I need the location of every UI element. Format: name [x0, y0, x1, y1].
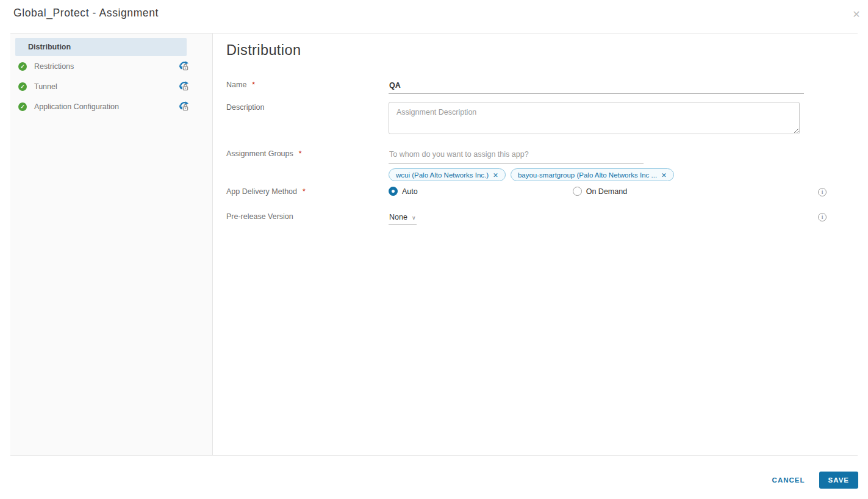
- step-label: Restrictions: [34, 62, 74, 71]
- page-title: Distribution: [226, 42, 301, 59]
- label-text: Name: [226, 81, 246, 89]
- save-button[interactable]: SAVE: [819, 472, 858, 489]
- description-textarea[interactable]: [389, 102, 800, 134]
- required-asterisk: *: [303, 187, 306, 196]
- close-icon[interactable]: ✕: [850, 9, 863, 21]
- name-field-row: Name*: [226, 79, 868, 94]
- label-text: Description: [226, 103, 265, 112]
- assignment-group-chip[interactable]: bayou-smartgroup (Palo Alto Networks Inc…: [511, 168, 674, 181]
- select-value: None: [389, 213, 407, 221]
- radio-option-auto[interactable]: Auto: [389, 187, 418, 196]
- sidebar-item-restrictions[interactable]: ✓ Restrictions: [10, 56, 212, 76]
- steps-sidebar: Distribution ✓ Restrictions ✓ Tunnel ✓: [10, 34, 213, 455]
- chip-label: bayou-smartgroup (Palo Alto Networks Inc…: [518, 171, 657, 179]
- prerelease-version-field-row: Pre-release Version None ∨: [226, 211, 868, 225]
- step-completed-check-icon: ✓: [18, 82, 27, 91]
- assignment-groups-field-row: Assignment Groups* wcui (Palo Alto Netwo…: [226, 148, 868, 181]
- radio-selected-icon[interactable]: [389, 187, 398, 196]
- label-text: App Delivery Method: [226, 187, 297, 196]
- label-text: Pre-release Version: [226, 212, 293, 221]
- sync-lock-icon[interactable]: [178, 60, 190, 72]
- required-asterisk: *: [252, 81, 255, 89]
- chip-remove-icon[interactable]: ✕: [661, 171, 667, 179]
- step-label: Distribution: [28, 43, 71, 51]
- cancel-button[interactable]: CANCEL: [772, 476, 805, 484]
- app-delivery-method-radio-group: Auto On Demand: [389, 186, 868, 196]
- prerelease-version-label: Pre-release Version: [226, 211, 389, 221]
- dialog-title: Global_Protect - Assignment: [13, 7, 159, 20]
- description-label: Description: [226, 102, 389, 112]
- sync-lock-icon[interactable]: [178, 101, 190, 112]
- chevron-down-icon: ∨: [412, 215, 416, 221]
- prerelease-version-select[interactable]: None ∨: [389, 213, 417, 225]
- step-label: Application Configuration: [34, 102, 119, 111]
- required-asterisk: *: [299, 149, 302, 158]
- radio-label: Auto: [402, 187, 418, 196]
- sidebar-item-tunnel[interactable]: ✓ Tunnel: [10, 76, 212, 96]
- chip-label: wcui (Palo Alto Networks Inc.): [396, 171, 489, 179]
- app-delivery-method-label: App Delivery Method*: [226, 186, 389, 196]
- sync-lock-icon[interactable]: [178, 81, 190, 92]
- label-text: Assignment Groups: [226, 149, 293, 158]
- sidebar-item-application-configuration[interactable]: ✓ Application Configuration: [10, 96, 212, 117]
- step-completed-check-icon: ✓: [18, 102, 27, 111]
- step-label: Tunnel: [34, 82, 57, 91]
- name-label: Name*: [226, 79, 389, 89]
- name-input[interactable]: [389, 81, 804, 94]
- radio-label: On Demand: [586, 187, 627, 196]
- sidebar-item-distribution[interactable]: Distribution: [15, 38, 187, 56]
- radio-option-on-demand[interactable]: On Demand: [573, 187, 627, 196]
- prerelease-version-info-icon[interactable]: i: [818, 213, 827, 221]
- radio-unselected-icon[interactable]: [573, 187, 582, 196]
- app-delivery-method-field-row: App Delivery Method* Auto On Demand: [226, 186, 868, 196]
- assignment-group-chips: wcui (Palo Alto Networks Inc.) ✕ bayou-s…: [389, 168, 868, 181]
- description-field-row: Description: [226, 102, 868, 137]
- app-delivery-method-info-icon[interactable]: i: [818, 188, 827, 196]
- distribution-form: Distribution Name* Description Assignmen…: [213, 34, 868, 455]
- footer-actions: CANCEL SAVE: [772, 472, 858, 489]
- assignment-group-chip[interactable]: wcui (Palo Alto Networks Inc.) ✕: [389, 168, 506, 181]
- assignment-groups-label: Assignment Groups*: [226, 148, 389, 158]
- chip-remove-icon[interactable]: ✕: [493, 171, 498, 179]
- step-completed-check-icon: ✓: [18, 62, 27, 71]
- footer-divider: [10, 455, 858, 456]
- assignment-groups-input[interactable]: [389, 150, 644, 163]
